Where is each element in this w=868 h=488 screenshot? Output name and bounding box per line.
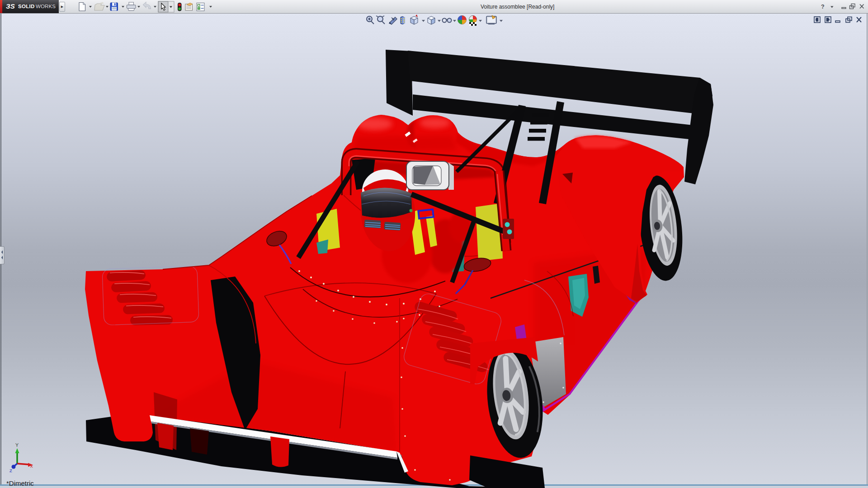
svg-text:Y: Y bbox=[15, 442, 19, 448]
svg-text:?: ? bbox=[821, 4, 825, 10]
svg-text:X: X bbox=[30, 464, 33, 469]
svg-text:Z: Z bbox=[9, 468, 12, 473]
